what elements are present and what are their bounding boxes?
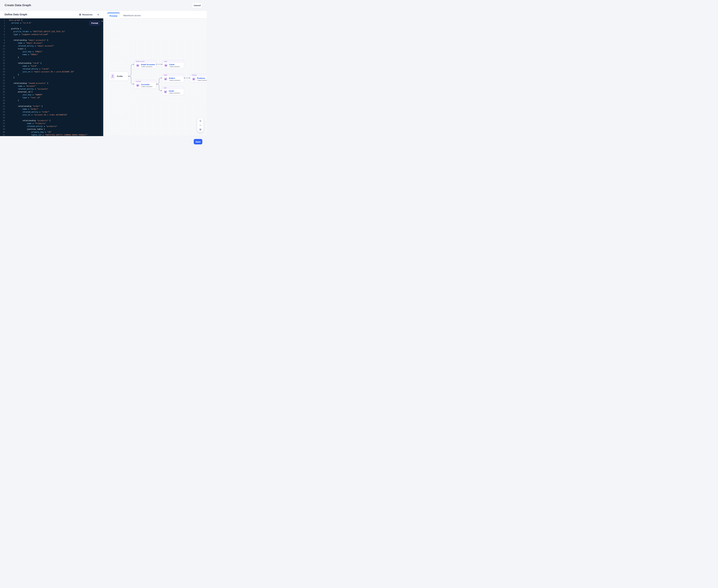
entity-consumer-count: 1 data consumers	[169, 92, 180, 94]
editor-panel-title: Define Data Graph	[5, 13, 27, 16]
entity-title-link[interactable]: Accounts	[141, 83, 152, 86]
entity-title-link[interactable]: Cards	[169, 90, 180, 92]
double-chevron-left-icon	[97, 14, 99, 16]
entity-consumer-count: 1 data consumers	[169, 80, 180, 81]
code-line[interactable]: 39 junction_table {	[0, 128, 102, 131]
entity-title-link[interactable]: Cards	[169, 63, 180, 66]
app-header: Create Data Graph Cancel	[0, 0, 207, 11]
entity-title-link[interactable]: Products	[197, 77, 207, 79]
code-line[interactable]: 34 join_on = "account.ID = order.ACCOUNT…	[0, 113, 102, 116]
code-line[interactable]: 20 }	[0, 73, 102, 76]
code-line[interactable]: 8 relationship "email-accounts" {	[0, 39, 102, 42]
entity-group-label: Card	[162, 87, 184, 89]
code-line[interactable]: 9 name = "Email Account"	[0, 42, 102, 44]
code-line[interactable]: 21 }	[0, 76, 102, 79]
graph-node-email-account[interactable]: Email AccountEmail Accounts1 data consum…	[134, 60, 156, 69]
tab-preview[interactable]: Preview	[107, 13, 120, 19]
code-line[interactable]: 6 type = "segment:unmaterialized"	[0, 33, 102, 36]
code-line[interactable]: 31 relationship "order" {	[0, 105, 102, 108]
code-line[interactable]: 2 version = "v1.0.0"	[0, 22, 102, 24]
resources-button[interactable]: Resources	[78, 13, 94, 17]
entity-title-link[interactable]: Orders	[169, 77, 180, 79]
code-line[interactable]: 36 relationship "products" {	[0, 119, 102, 122]
code-line[interactable]: 17 name = "Card"	[0, 65, 102, 67]
code-line[interactable]: 5 profile_folder = "ENTITIES.ENTITY_E2E_…	[0, 30, 102, 33]
cancel-button[interactable]: Cancel	[192, 3, 202, 8]
entity-consumer-count: 1 data consumers	[141, 66, 155, 67]
code-line[interactable]: 26 external_id {	[0, 90, 102, 93]
code-line[interactable]: 38 related_entity = "products"	[0, 125, 102, 128]
save-button[interactable]: Save	[194, 139, 202, 144]
tab-warehouse-access[interactable]: Warehouse access	[122, 13, 142, 18]
fit-view-icon[interactable]	[199, 128, 202, 131]
code-line[interactable]: 33 related_entity = "order"	[0, 110, 102, 113]
editor-panel-header: Define Data Graph Resources	[0, 11, 103, 18]
define-data-graph-panel: Define Data Graph Resources	[0, 11, 103, 136]
code-line[interactable]: 13 name = "EMAIL"	[0, 53, 102, 56]
zoom-in-icon[interactable]	[199, 120, 202, 122]
table-icon	[136, 63, 140, 67]
graph-canvas[interactable]: Profile Email AccountEmail Accounts1 dat…	[103, 18, 207, 136]
code-line[interactable]: 27 join_key = "OWNER"	[0, 93, 102, 96]
book-icon	[79, 14, 81, 16]
entity-consumer-count: 2 data consumers	[141, 86, 152, 87]
entity-group-label: Email Account	[135, 60, 156, 63]
code-line[interactable]: 18 related_entity = "cards"	[0, 67, 102, 70]
code-line[interactable]: 23 relationship "owned-accounts" {	[0, 82, 102, 85]
graph-node-profile[interactable]: Profile	[109, 71, 128, 81]
graph-node-order[interactable]: OrderOrders1 data consumers	[162, 74, 184, 82]
code-line[interactable]: 32 name = "Order"	[0, 108, 102, 110]
graph-node-account[interactable]: AccountAccounts2 data consumers	[134, 80, 156, 89]
code-line[interactable]: 41 table_ref = "ENTITIES.ENTITY_COMMON.O…	[0, 133, 102, 136]
table-icon	[192, 77, 196, 81]
table-icon	[136, 83, 140, 87]
entity-group-label: Product	[190, 74, 207, 76]
code-line[interactable]: 1data_graph {	[0, 19, 102, 22]
code-line[interactable]: 40 primary_key = "ID"	[0, 131, 102, 133]
code-line[interactable]: 22	[0, 79, 102, 82]
graph-node-card-bottom[interactable]: CardCards1 data consumers	[162, 86, 184, 95]
table-icon	[163, 90, 167, 94]
code-line[interactable]: 11 trait {	[0, 47, 102, 50]
entity-group-label: Card	[163, 60, 184, 63]
collapse-panel-button[interactable]	[96, 13, 100, 17]
code-editor[interactable]: 1data_graph {2 version = "v1.0.0"34 prof…	[0, 18, 103, 136]
code-line[interactable]: 28 type = "user_id"	[0, 96, 102, 99]
zoom-out-icon[interactable]	[199, 124, 202, 126]
code-line[interactable]: 35	[0, 116, 102, 119]
code-line[interactable]: 24 name = "Account"	[0, 85, 102, 88]
table-icon	[164, 63, 168, 67]
code-line[interactable]: 3	[0, 24, 102, 27]
profile-icon-box	[110, 73, 115, 80]
code-line[interactable]: 30	[0, 102, 102, 105]
entity-group-label: Order	[162, 74, 184, 76]
code-line[interactable]: 7	[0, 36, 102, 39]
zoom-controls	[197, 118, 204, 132]
editor-scrollbar[interactable]	[102, 18, 103, 136]
code-line[interactable]: 14 }	[0, 56, 102, 59]
code-line[interactable]: 19 join_on = "email-account.ID = card.AC…	[0, 70, 102, 73]
entity-consumer-count: 1 data consumer	[169, 66, 180, 67]
code-line[interactable]: 10 related_entity = "email-account"	[0, 44, 102, 47]
graph-node-product[interactable]: ProductProducts1 data consumer	[190, 74, 207, 82]
profile-node-label: Profile	[117, 75, 123, 77]
code-line[interactable]: 25 related_entity = "accounts"	[0, 88, 102, 90]
table-icon	[164, 77, 168, 81]
page-title: Create Data Graph	[5, 3, 31, 7]
entity-consumer-count: 1 data consumer	[197, 80, 207, 81]
format-button[interactable]: Format	[89, 21, 100, 25]
code-line[interactable]: 37 name = "Products"	[0, 122, 102, 125]
preview-tab-bar: Preview Warehouse access	[103, 11, 207, 18]
code-line[interactable]: 15	[0, 59, 102, 62]
code-line[interactable]: 16 relationship "card" {	[0, 62, 102, 65]
code-line[interactable]: 29 }	[0, 99, 102, 102]
entity-group-label: Account	[135, 80, 156, 83]
code-line[interactable]: 4 profile {	[0, 27, 102, 30]
code-lines: 1data_graph {2 version = "v1.0.0"34 prof…	[0, 19, 102, 136]
footer-bar: Save	[0, 136, 207, 147]
graph-node-card-top[interactable]: CardCards1 data consumer	[162, 60, 184, 69]
entity-title-link[interactable]: Email Accounts	[141, 63, 155, 66]
code-line[interactable]: 12 join_key = "EMAIL"	[0, 50, 102, 53]
panel-resize-handle[interactable]	[101, 21, 104, 22]
resources-label: Resources	[82, 14, 93, 16]
